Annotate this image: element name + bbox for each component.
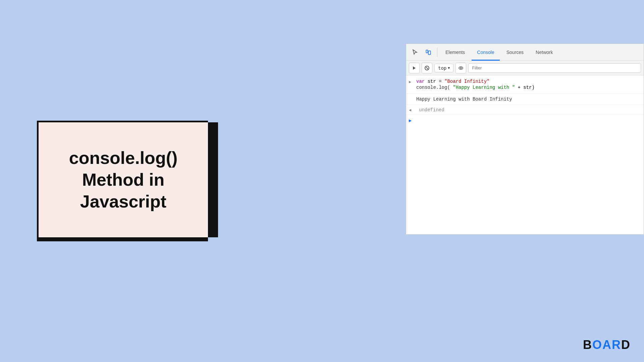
context-selector[interactable]: top ▼ [434, 64, 453, 72]
code-line-2: console.log( "Happy Learning with " + st… [416, 85, 535, 90]
context-label: top [438, 65, 446, 71]
title-line3: Javascript [80, 192, 166, 211]
tab-console-label: Console [477, 50, 494, 55]
undefined-text: undefined [419, 107, 444, 113]
dropdown-arrow: ▼ [448, 66, 450, 70]
toolbar-divider [437, 48, 437, 57]
output-text: Happy Learning with Board Infinity [416, 97, 512, 102]
tab-console[interactable]: Console [472, 44, 499, 61]
brand-logo: BOARD [583, 338, 631, 352]
console-log-call: console.log( [416, 85, 450, 90]
str-value: "Board Infinity" [444, 79, 489, 84]
clear-button[interactable] [422, 63, 432, 73]
undefined-entry: ◀ undefined [406, 105, 644, 115]
svg-point-6 [460, 67, 462, 69]
device-toggle-icon[interactable] [422, 46, 434, 58]
brand-accent: OAR [592, 338, 621, 352]
return-chevron: ◀ [409, 108, 414, 113]
tab-sources-label: Sources [506, 50, 524, 55]
devtools-panel: Elements Console Sources Network top ▼ [406, 44, 644, 235]
devtools-tab-bar: Elements Console Sources Network [406, 44, 644, 61]
code-entry: ▶ var str = "Board Infinity" console.log… [406, 75, 644, 94]
title-line1: console.log() [69, 148, 178, 168]
code-lines: var str = "Board Infinity" console.log( … [416, 79, 535, 90]
filter-input[interactable] [468, 63, 641, 73]
cursor-icon[interactable] [409, 46, 421, 58]
svg-rect-0 [426, 50, 428, 53]
prompt-chevron: ▶ [409, 118, 412, 123]
eye-icon[interactable] [455, 63, 466, 73]
run-button[interactable] [409, 63, 420, 73]
tab-network-label: Network [536, 50, 553, 55]
var-name: str = [428, 79, 444, 84]
svg-marker-2 [413, 66, 416, 70]
console-prompt[interactable]: ▶ [406, 115, 644, 126]
var-keyword: var [416, 79, 425, 84]
tab-sources[interactable]: Sources [501, 44, 529, 61]
left-panel: console.log() Method in Javascript [0, 0, 245, 362]
svg-line-4 [426, 67, 428, 69]
title-line2: Method in [82, 170, 165, 189]
tab-elements-label: Elements [445, 50, 465, 55]
console-toolbar: top ▼ [406, 61, 644, 75]
tab-network[interactable]: Network [530, 44, 558, 61]
code-line-1: var str = "Board Infinity" [416, 79, 535, 84]
log-str: "Happy Learning with " [453, 85, 515, 90]
tab-elements[interactable]: Elements [440, 44, 470, 61]
expand-chevron[interactable]: ▶ [409, 79, 414, 84]
console-output: Happy Learning with Board Infinity [406, 94, 644, 105]
title-text: console.log() Method in Javascript [69, 147, 178, 213]
console-content: ▶ var str = "Board Infinity" console.log… [406, 75, 644, 234]
log-concat: + str) [518, 85, 534, 90]
svg-point-5 [459, 67, 463, 69]
title-card: console.log() Method in Javascript [37, 121, 208, 241]
svg-rect-1 [428, 51, 431, 54]
